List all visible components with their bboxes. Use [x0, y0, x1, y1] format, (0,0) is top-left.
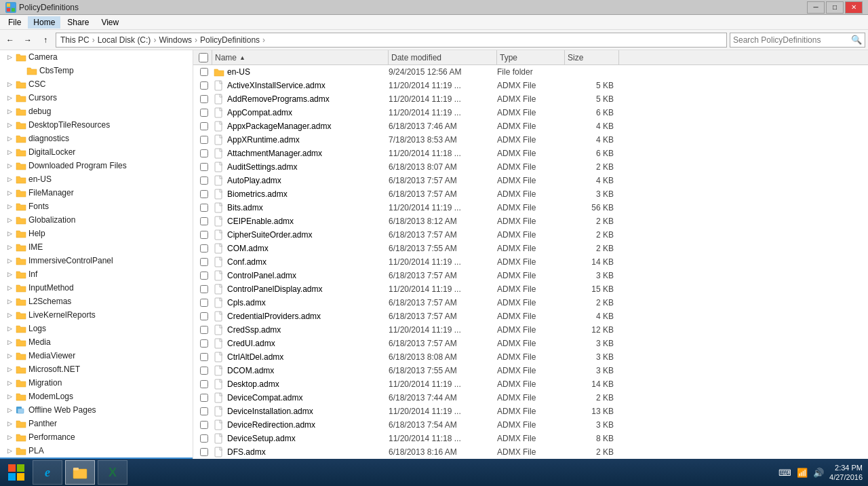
sidebar-item-en-us[interactable]: ▷ en-US [0, 172, 193, 186]
table-row[interactable]: AddRemovePrograms.admx11/20/2014 11:19 .… [193, 92, 868, 106]
sidebar-item-digitallocker[interactable]: ▷ DigitalLocker [0, 145, 193, 159]
taskbar-ie[interactable]: e [33, 460, 62, 485]
table-row[interactable]: Cpls.admx6/18/2013 7:57 AMADMX File2 KB [193, 296, 868, 310]
sidebar-item-ime[interactable]: ▷ IME [0, 240, 193, 254]
table-row[interactable]: Desktop.admx11/20/2014 11:19 ...ADMX Fil… [193, 377, 868, 391]
back-button[interactable]: ← [3, 33, 18, 48]
sidebar-item-offlinewebpages[interactable]: ▷ Offline Web Pages [0, 403, 193, 417]
sidebar-item-filemanager[interactable]: ▷ FileManager [0, 186, 193, 200]
table-row[interactable]: en-US9/24/2015 12:56 AMFile folder [193, 65, 868, 79]
table-row[interactable]: Conf.admx11/20/2014 11:19 ...ADMX File14… [193, 255, 868, 269]
col-name-header[interactable]: Name ▲ [212, 50, 389, 64]
col-size-header[interactable]: Size [565, 50, 619, 64]
table-row[interactable]: DeviceCompat.admx6/18/2013 7:44 AMADMX F… [193, 391, 868, 405]
file-checkbox[interactable] [200, 407, 208, 415]
table-row[interactable]: AppxPackageManager.admx6/18/2013 7:46 AM… [193, 119, 868, 133]
table-row[interactable]: AuditSettings.admx6/18/2013 8:07 AMADMX … [193, 160, 868, 174]
file-checkbox[interactable] [200, 109, 208, 117]
sidebar-item-camera[interactable]: ▷ Camera [0, 50, 193, 64]
address-path[interactable]: This PC › Local Disk (C:) › Windows › Po… [56, 33, 727, 48]
sidebar-item-inputmethod[interactable]: ▷ InputMethod [0, 281, 193, 295]
table-row[interactable]: ActiveXInstallService.admx11/20/2014 11:… [193, 79, 868, 92]
search-box[interactable]: 🔍 [730, 33, 865, 48]
menu-file[interactable]: File [3, 16, 26, 29]
sidebar-item-media[interactable]: ▷ Media [0, 335, 193, 349]
sidebar-item-desktoptile[interactable]: ▷ DesktopTileResources [0, 118, 193, 132]
sidebar-item-pla[interactable]: ▷ PLA [0, 444, 193, 457]
table-row[interactable]: COM.admx6/18/2013 7:55 AMADMX File2 KB [193, 242, 868, 255]
col-type-header[interactable]: Type [497, 50, 565, 64]
taskbar-excel[interactable]: X [98, 460, 127, 485]
file-checkbox[interactable] [200, 149, 208, 157]
file-checkbox[interactable] [200, 204, 208, 212]
sidebar-item-debug[interactable]: ▷ debug [0, 105, 193, 118]
path-policy-definitions[interactable]: PolicyDefinitions [200, 35, 260, 45]
file-checkbox[interactable] [200, 421, 208, 429]
sidebar-item-performance[interactable]: ▷ Performance [0, 430, 193, 444]
minimize-button[interactable]: ─ [807, 1, 825, 14]
table-row[interactable]: Biometrics.admx6/18/2013 7:57 AMADMX Fil… [193, 187, 868, 201]
table-row[interactable]: DeviceSetup.admx11/20/2014 11:18 ...ADMX… [193, 432, 868, 445]
file-checkbox[interactable] [200, 163, 208, 171]
file-checkbox[interactable] [200, 299, 208, 307]
sidebar-item-globalization[interactable]: ▷ Globalization [0, 213, 193, 227]
file-checkbox[interactable] [200, 176, 208, 185]
file-checkbox[interactable] [200, 394, 208, 402]
start-button[interactable] [3, 460, 30, 485]
file-checkbox[interactable] [200, 122, 208, 130]
col-date-header[interactable]: Date modified [389, 50, 497, 64]
file-checkbox[interactable] [200, 326, 208, 334]
file-checkbox[interactable] [200, 312, 208, 320]
clock[interactable]: 2:34 PM 4/27/2016 [829, 463, 863, 483]
sidebar-item-downloaded[interactable]: ▷ Downloaded Program Files [0, 159, 193, 172]
file-checkbox[interactable] [200, 353, 208, 361]
col-check-header[interactable] [196, 50, 212, 64]
sidebar-item-csc[interactable]: ▷ CSC [0, 77, 193, 91]
table-row[interactable]: DCOM.admx6/18/2013 7:55 AMADMX File3 KB [193, 364, 868, 377]
sidebar-item-mediaviewer[interactable]: ▷ MediaViewer [0, 349, 193, 362]
table-row[interactable]: CEIPEnable.admx6/18/2013 8:12 AMADMX Fil… [193, 214, 868, 228]
file-checkbox[interactable] [200, 244, 208, 253]
table-row[interactable]: AttachmentManager.admx11/20/2014 11:18 .… [193, 147, 868, 160]
select-all-checkbox[interactable] [199, 53, 208, 62]
path-windows[interactable]: Windows [159, 35, 192, 45]
table-row[interactable]: AutoPlay.admx6/18/2013 7:57 AMADMX File4… [193, 174, 868, 187]
file-checkbox[interactable] [200, 380, 208, 388]
file-checkbox[interactable] [200, 258, 208, 266]
table-row[interactable]: AppCompat.admx11/20/2014 11:19 ...ADMX F… [193, 106, 868, 119]
table-row[interactable]: CtrlAltDel.admx6/18/2013 8:08 AMADMX Fil… [193, 350, 868, 364]
file-checkbox[interactable] [200, 68, 208, 76]
table-row[interactable]: Bits.admx11/20/2014 11:19 ...ADMX File56… [193, 201, 868, 214]
sidebar-item-fonts[interactable]: ▷ Fonts [0, 200, 193, 213]
forward-button[interactable]: → [20, 33, 35, 48]
up-button[interactable]: ↑ [38, 33, 53, 48]
menu-view[interactable]: View [96, 16, 124, 29]
file-checkbox[interactable] [200, 285, 208, 293]
file-checkbox[interactable] [200, 136, 208, 144]
menu-home[interactable]: Home [28, 16, 60, 29]
sidebar-item-inf[interactable]: ▷ Inf [0, 267, 193, 281]
file-checkbox[interactable] [200, 434, 208, 443]
table-row[interactable]: DFS.admx6/18/2013 8:16 AMADMX File2 KB [193, 445, 868, 459]
sidebar-item-l2schemas[interactable]: ▷ L2Schemas [0, 295, 193, 308]
table-row[interactable]: CredUI.admx6/18/2013 7:57 AMADMX File3 K… [193, 337, 868, 350]
file-checkbox[interactable] [200, 190, 208, 198]
table-row[interactable]: ControlPanelDisplay.admx11/20/2014 11:19… [193, 282, 868, 296]
path-this-pc[interactable]: This PC [60, 35, 90, 45]
path-local-disk[interactable]: Local Disk (C:) [98, 35, 151, 45]
file-checkbox[interactable] [200, 339, 208, 348]
file-checkbox[interactable] [200, 231, 208, 239]
table-row[interactable]: CipherSuiteOrder.admx6/18/2013 7:57 AMAD… [193, 228, 868, 242]
file-checkbox[interactable] [200, 448, 208, 456]
file-checkbox[interactable] [200, 272, 208, 280]
table-row[interactable]: DeviceInstallation.admx11/20/2014 11:19 … [193, 405, 868, 418]
maximize-button[interactable]: □ [826, 1, 844, 14]
table-row[interactable]: ControlPanel.admx6/18/2013 7:57 AMADMX F… [193, 269, 868, 282]
sidebar-item-panther[interactable]: ▷ Panther [0, 417, 193, 430]
sidebar-item-help[interactable]: ▷ Help [0, 227, 193, 240]
sidebar-item-livekernelreports[interactable]: ▷ LiveKernelReports [0, 308, 193, 322]
table-row[interactable]: AppXRuntime.admx7/18/2013 8:53 AMADMX Fi… [193, 133, 868, 147]
search-input[interactable] [733, 35, 848, 45]
taskbar-file-explorer[interactable] [65, 460, 95, 485]
sidebar-item-diagnostics[interactable]: ▷ diagnostics [0, 132, 193, 145]
